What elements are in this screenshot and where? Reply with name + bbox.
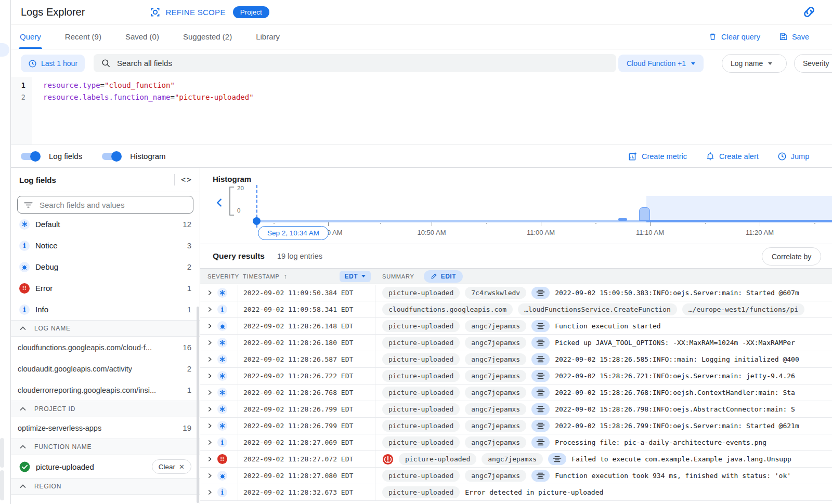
expand-row-icon[interactable]: [207, 323, 212, 329]
jump-to-now-button[interactable]: Jump: [777, 152, 809, 161]
resource-chip[interactable]: angc7jepamxs: [465, 320, 526, 332]
payload-lines-icon[interactable]: [531, 353, 550, 365]
outer-scrollbar[interactable]: [0, 438, 4, 468]
correlate-by-button[interactable]: Correlate by: [762, 247, 821, 266]
log-name-filter[interactable]: Log name: [722, 54, 787, 73]
resource-chip[interactable]: …/europe-west1/functions/pi: [682, 303, 804, 315]
severity-facet-error[interactable]: !!Error1: [11, 277, 200, 299]
resource-chip[interactable]: angc7jepamxs: [465, 436, 526, 448]
resource-chip[interactable]: picture-uploaded: [382, 403, 460, 415]
resource-chip[interactable]: angc7jepamxs: [465, 337, 526, 349]
resource-chip[interactable]: angc7jepamxs: [465, 353, 526, 365]
facet-item[interactable]: clouderrorreporting.googleapis.com/insi.…: [11, 379, 200, 401]
expand-row-icon[interactable]: [207, 307, 212, 312]
resource-chip[interactable]: angc7jepamxs: [465, 470, 526, 482]
expand-row-icon[interactable]: [207, 340, 212, 346]
resource-chip[interactable]: picture-uploaded: [382, 420, 460, 432]
query-editor[interactable]: 12 resource.type="cloud_function"resourc…: [11, 77, 832, 144]
section-header-project-id[interactable]: PROJECT ID: [11, 401, 200, 417]
facet-item[interactable]: cloudaudit.googleapis.com/activity2: [11, 358, 200, 379]
resource-chip[interactable]: picture-uploaded: [382, 337, 460, 349]
resource-chip[interactable]: picture-uploaded: [399, 453, 476, 465]
resource-chip[interactable]: angc7jepamxs: [465, 403, 526, 415]
severity-facet-debug[interactable]: Debug2: [11, 256, 200, 277]
resource-chip[interactable]: …loudFunctionsService.CreateFunction: [518, 303, 677, 315]
section-header-log-name[interactable]: LOG NAME: [11, 320, 200, 337]
expand-row-icon[interactable]: [207, 290, 212, 296]
facet-item-selected[interactable]: picture-uploadedClear✕: [11, 455, 200, 478]
section-header-function-name[interactable]: FUNCTION NAME: [11, 439, 200, 455]
resource-chip[interactable]: picture-uploaded: [382, 387, 460, 399]
expand-row-icon[interactable]: [207, 456, 212, 462]
severity-filter[interactable]: Severity: [794, 54, 832, 73]
facet-item[interactable]: optimize-serverless-apps19: [11, 417, 200, 439]
payload-lines-icon[interactable]: [531, 403, 550, 415]
expand-row-icon[interactable]: [207, 373, 212, 379]
edit-summary-button[interactable]: EDIT: [424, 270, 463, 283]
copy-link-icon[interactable]: [802, 5, 816, 19]
selection-time-pill[interactable]: Sep 2, 10:34 AM: [258, 226, 329, 240]
time-range-slider-handle[interactable]: [253, 217, 261, 225]
histogram-pan-left-icon[interactable]: [214, 197, 225, 208]
log-fields-toggle[interactable]: Log fields: [21, 152, 82, 161]
outer-scrollbar[interactable]: [0, 470, 4, 500]
collapse-panel-icon[interactable]: <>: [181, 175, 192, 184]
expand-row-icon[interactable]: [207, 473, 212, 479]
tab-recent[interactable]: Recent (9): [64, 24, 102, 49]
expand-row-icon[interactable]: [207, 390, 212, 395]
create-metric-button[interactable]: Create metric: [628, 152, 687, 161]
payload-lines-icon[interactable]: [531, 436, 550, 448]
tab-saved[interactable]: Saved (0): [124, 24, 160, 49]
severity-facet-notice[interactable]: iNotice3: [11, 235, 200, 256]
resource-chip[interactable]: angc7jepamxs: [465, 370, 526, 382]
clear-filter-button[interactable]: Clear✕: [152, 459, 191, 474]
payload-lines-icon[interactable]: [531, 337, 550, 349]
panel-scrollbar[interactable]: [197, 307, 199, 503]
payload-lines-icon[interactable]: [531, 287, 550, 299]
resource-chip[interactable]: cloudfunctions.googleapis.com: [382, 303, 513, 315]
section-header-region[interactable]: REGION: [11, 478, 200, 495]
expand-row-icon[interactable]: [207, 356, 212, 362]
scope-badge[interactable]: Project: [233, 6, 269, 18]
query-code[interactable]: resource.type="cloud_function"resource.l…: [43, 79, 832, 103]
expand-row-icon[interactable]: [207, 489, 212, 495]
payload-lines-icon[interactable]: [531, 420, 550, 432]
resource-chip[interactable]: angc7jepamxs: [482, 453, 543, 465]
expand-row-icon[interactable]: [207, 423, 212, 429]
time-range-slider-track-active[interactable]: [646, 220, 832, 222]
histogram-bar[interactable]: [618, 218, 627, 221]
histogram-bar[interactable]: [639, 207, 650, 221]
resource-chip[interactable]: picture-uploaded: [382, 486, 460, 498]
histogram-toggle[interactable]: Histogram: [102, 152, 165, 161]
refine-scope-button[interactable]: REFINE SCOPE: [150, 7, 225, 18]
severity-facet-info[interactable]: iInfo1: [11, 299, 200, 320]
resource-filter-chip[interactable]: Cloud Function +1: [618, 55, 704, 72]
expand-row-icon[interactable]: [207, 440, 212, 445]
payload-lines-icon[interactable]: [531, 370, 550, 382]
fields-search-input[interactable]: [40, 201, 187, 209]
facet-item[interactable]: cloudfunctions.googleapis.com/cloud-f...…: [11, 337, 200, 358]
clear-query-button[interactable]: Clear query: [708, 32, 760, 41]
expand-row-icon[interactable]: [207, 406, 212, 412]
resource-chip[interactable]: picture-uploaded: [382, 287, 460, 299]
create-alert-button[interactable]: Create alert: [706, 152, 759, 161]
timestamp-column-header[interactable]: TIMESTAMP ↑ EDT: [238, 271, 375, 282]
time-range-button[interactable]: Last 1 hour: [21, 55, 85, 72]
search-input[interactable]: [117, 59, 609, 68]
payload-lines-icon[interactable]: [548, 453, 566, 465]
tab-library[interactable]: Library: [255, 24, 281, 49]
resource-chip[interactable]: 7c4rwskwledv: [465, 287, 526, 299]
payload-lines-icon[interactable]: [531, 387, 550, 399]
save-button[interactable]: Save: [779, 32, 809, 41]
resource-chip[interactable]: angc7jepamxs: [465, 387, 526, 399]
resource-chip[interactable]: picture-uploaded: [382, 353, 460, 365]
resource-chip[interactable]: picture-uploaded: [382, 320, 460, 332]
payload-lines-icon[interactable]: [531, 320, 550, 332]
severity-facet-default[interactable]: Default12: [11, 214, 200, 235]
resource-chip[interactable]: picture-uploaded: [382, 436, 460, 448]
tab-suggested[interactable]: Suggested (2): [182, 24, 233, 49]
timezone-selector[interactable]: EDT: [340, 271, 371, 282]
resource-chip[interactable]: picture-uploaded: [382, 370, 460, 382]
sort-ascending-icon[interactable]: ↑: [284, 272, 288, 280]
resource-chip[interactable]: picture-uploaded: [382, 470, 460, 482]
